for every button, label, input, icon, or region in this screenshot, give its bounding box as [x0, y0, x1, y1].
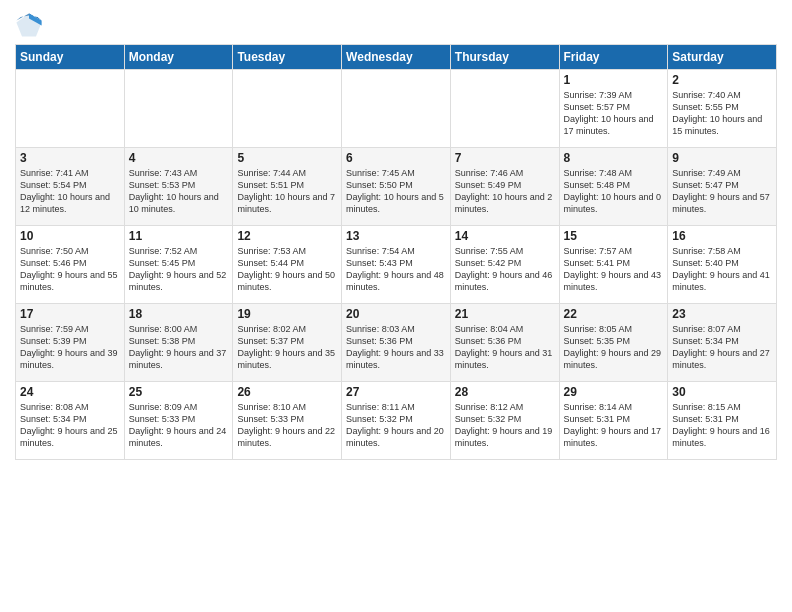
day-info: Sunrise: 7:53 AMSunset: 5:44 PMDaylight:… — [237, 245, 337, 294]
calendar-cell: 26Sunrise: 8:10 AMSunset: 5:33 PMDayligh… — [233, 382, 342, 460]
day-number: 10 — [20, 229, 120, 243]
day-number: 24 — [20, 385, 120, 399]
day-number: 25 — [129, 385, 229, 399]
day-info: Sunrise: 8:08 AMSunset: 5:34 PMDaylight:… — [20, 401, 120, 450]
weekday-sunday: Sunday — [16, 45, 125, 70]
day-info: Sunrise: 7:44 AMSunset: 5:51 PMDaylight:… — [237, 167, 337, 216]
weekday-header-row: SundayMondayTuesdayWednesdayThursdayFrid… — [16, 45, 777, 70]
calendar-cell: 27Sunrise: 8:11 AMSunset: 5:32 PMDayligh… — [342, 382, 451, 460]
day-number: 12 — [237, 229, 337, 243]
day-info: Sunrise: 8:07 AMSunset: 5:34 PMDaylight:… — [672, 323, 772, 372]
calendar-week-1: 1Sunrise: 7:39 AMSunset: 5:57 PMDaylight… — [16, 70, 777, 148]
calendar-cell: 16Sunrise: 7:58 AMSunset: 5:40 PMDayligh… — [668, 226, 777, 304]
day-number: 1 — [564, 73, 664, 87]
day-info: Sunrise: 7:48 AMSunset: 5:48 PMDaylight:… — [564, 167, 664, 216]
calendar-cell: 3Sunrise: 7:41 AMSunset: 5:54 PMDaylight… — [16, 148, 125, 226]
calendar-cell: 29Sunrise: 8:14 AMSunset: 5:31 PMDayligh… — [559, 382, 668, 460]
day-info: Sunrise: 8:04 AMSunset: 5:36 PMDaylight:… — [455, 323, 555, 372]
day-info: Sunrise: 8:00 AMSunset: 5:38 PMDaylight:… — [129, 323, 229, 372]
day-info: Sunrise: 7:58 AMSunset: 5:40 PMDaylight:… — [672, 245, 772, 294]
day-number: 27 — [346, 385, 446, 399]
day-info: Sunrise: 7:59 AMSunset: 5:39 PMDaylight:… — [20, 323, 120, 372]
calendar-cell: 12Sunrise: 7:53 AMSunset: 5:44 PMDayligh… — [233, 226, 342, 304]
calendar-cell: 17Sunrise: 7:59 AMSunset: 5:39 PMDayligh… — [16, 304, 125, 382]
calendar-cell: 25Sunrise: 8:09 AMSunset: 5:33 PMDayligh… — [124, 382, 233, 460]
day-number: 19 — [237, 307, 337, 321]
day-info: Sunrise: 7:46 AMSunset: 5:49 PMDaylight:… — [455, 167, 555, 216]
calendar-week-4: 17Sunrise: 7:59 AMSunset: 5:39 PMDayligh… — [16, 304, 777, 382]
day-info: Sunrise: 7:54 AMSunset: 5:43 PMDaylight:… — [346, 245, 446, 294]
calendar-cell: 30Sunrise: 8:15 AMSunset: 5:31 PMDayligh… — [668, 382, 777, 460]
calendar-cell — [233, 70, 342, 148]
weekday-wednesday: Wednesday — [342, 45, 451, 70]
calendar-cell: 6Sunrise: 7:45 AMSunset: 5:50 PMDaylight… — [342, 148, 451, 226]
weekday-saturday: Saturday — [668, 45, 777, 70]
header — [15, 10, 777, 38]
calendar-cell: 21Sunrise: 8:04 AMSunset: 5:36 PMDayligh… — [450, 304, 559, 382]
day-info: Sunrise: 8:11 AMSunset: 5:32 PMDaylight:… — [346, 401, 446, 450]
weekday-thursday: Thursday — [450, 45, 559, 70]
day-info: Sunrise: 7:39 AMSunset: 5:57 PMDaylight:… — [564, 89, 664, 138]
calendar-cell: 19Sunrise: 8:02 AMSunset: 5:37 PMDayligh… — [233, 304, 342, 382]
calendar-cell: 1Sunrise: 7:39 AMSunset: 5:57 PMDaylight… — [559, 70, 668, 148]
day-info: Sunrise: 7:43 AMSunset: 5:53 PMDaylight:… — [129, 167, 229, 216]
day-info: Sunrise: 7:40 AMSunset: 5:55 PMDaylight:… — [672, 89, 772, 138]
day-info: Sunrise: 8:05 AMSunset: 5:35 PMDaylight:… — [564, 323, 664, 372]
calendar-cell: 20Sunrise: 8:03 AMSunset: 5:36 PMDayligh… — [342, 304, 451, 382]
weekday-monday: Monday — [124, 45, 233, 70]
day-number: 11 — [129, 229, 229, 243]
calendar-cell: 2Sunrise: 7:40 AMSunset: 5:55 PMDaylight… — [668, 70, 777, 148]
logo — [15, 10, 47, 38]
calendar-cell: 23Sunrise: 8:07 AMSunset: 5:34 PMDayligh… — [668, 304, 777, 382]
day-number: 30 — [672, 385, 772, 399]
calendar-cell — [16, 70, 125, 148]
day-info: Sunrise: 8:10 AMSunset: 5:33 PMDaylight:… — [237, 401, 337, 450]
calendar-cell: 24Sunrise: 8:08 AMSunset: 5:34 PMDayligh… — [16, 382, 125, 460]
calendar-cell: 14Sunrise: 7:55 AMSunset: 5:42 PMDayligh… — [450, 226, 559, 304]
day-number: 7 — [455, 151, 555, 165]
day-number: 3 — [20, 151, 120, 165]
calendar-cell: 18Sunrise: 8:00 AMSunset: 5:38 PMDayligh… — [124, 304, 233, 382]
day-number: 23 — [672, 307, 772, 321]
calendar-table: SundayMondayTuesdayWednesdayThursdayFrid… — [15, 44, 777, 460]
day-number: 6 — [346, 151, 446, 165]
day-number: 16 — [672, 229, 772, 243]
day-number: 8 — [564, 151, 664, 165]
day-info: Sunrise: 8:14 AMSunset: 5:31 PMDaylight:… — [564, 401, 664, 450]
day-number: 9 — [672, 151, 772, 165]
day-info: Sunrise: 8:03 AMSunset: 5:36 PMDaylight:… — [346, 323, 446, 372]
calendar-cell: 10Sunrise: 7:50 AMSunset: 5:46 PMDayligh… — [16, 226, 125, 304]
day-info: Sunrise: 8:09 AMSunset: 5:33 PMDaylight:… — [129, 401, 229, 450]
day-number: 2 — [672, 73, 772, 87]
day-number: 18 — [129, 307, 229, 321]
weekday-friday: Friday — [559, 45, 668, 70]
logo-icon — [15, 10, 43, 38]
calendar-cell: 15Sunrise: 7:57 AMSunset: 5:41 PMDayligh… — [559, 226, 668, 304]
calendar-cell: 11Sunrise: 7:52 AMSunset: 5:45 PMDayligh… — [124, 226, 233, 304]
calendar-cell — [124, 70, 233, 148]
weekday-tuesday: Tuesday — [233, 45, 342, 70]
day-number: 22 — [564, 307, 664, 321]
calendar-cell: 7Sunrise: 7:46 AMSunset: 5:49 PMDaylight… — [450, 148, 559, 226]
calendar-week-2: 3Sunrise: 7:41 AMSunset: 5:54 PMDaylight… — [16, 148, 777, 226]
day-number: 21 — [455, 307, 555, 321]
day-number: 20 — [346, 307, 446, 321]
day-info: Sunrise: 8:15 AMSunset: 5:31 PMDaylight:… — [672, 401, 772, 450]
calendar-cell: 13Sunrise: 7:54 AMSunset: 5:43 PMDayligh… — [342, 226, 451, 304]
day-info: Sunrise: 8:12 AMSunset: 5:32 PMDaylight:… — [455, 401, 555, 450]
calendar-week-3: 10Sunrise: 7:50 AMSunset: 5:46 PMDayligh… — [16, 226, 777, 304]
day-number: 26 — [237, 385, 337, 399]
calendar-week-5: 24Sunrise: 8:08 AMSunset: 5:34 PMDayligh… — [16, 382, 777, 460]
day-number: 14 — [455, 229, 555, 243]
day-number: 5 — [237, 151, 337, 165]
calendar-cell: 22Sunrise: 8:05 AMSunset: 5:35 PMDayligh… — [559, 304, 668, 382]
page-container: SundayMondayTuesdayWednesdayThursdayFrid… — [0, 0, 792, 470]
day-number: 13 — [346, 229, 446, 243]
day-info: Sunrise: 7:41 AMSunset: 5:54 PMDaylight:… — [20, 167, 120, 216]
day-info: Sunrise: 7:55 AMSunset: 5:42 PMDaylight:… — [455, 245, 555, 294]
day-info: Sunrise: 7:50 AMSunset: 5:46 PMDaylight:… — [20, 245, 120, 294]
day-number: 17 — [20, 307, 120, 321]
day-info: Sunrise: 7:49 AMSunset: 5:47 PMDaylight:… — [672, 167, 772, 216]
day-number: 29 — [564, 385, 664, 399]
day-number: 4 — [129, 151, 229, 165]
